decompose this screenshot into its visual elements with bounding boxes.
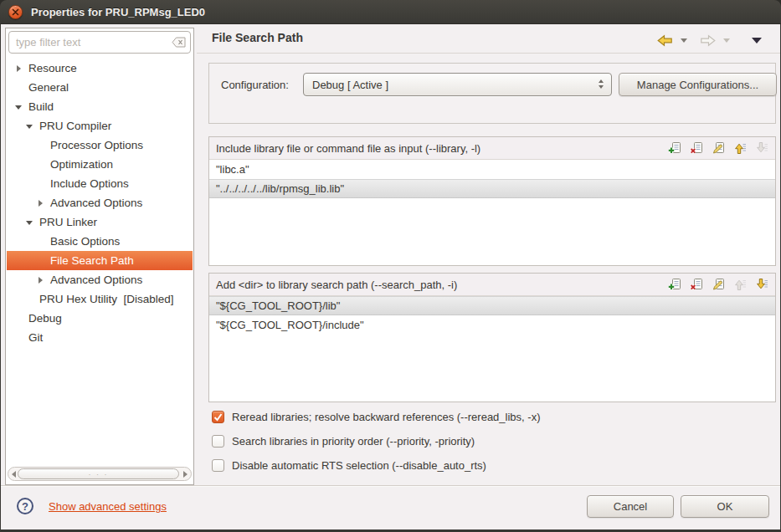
list-item[interactable]: "${CG_TOOL_ROOT}/include" [209, 315, 775, 335]
configuration-label: Configuration: [221, 79, 289, 91]
dialog-body: ResourceGeneralBuildPRU CompilerProcesso… [1, 24, 780, 529]
checkbox-checked-icon[interactable] [212, 411, 224, 423]
manage-configurations-button[interactable]: Manage Configurations... [619, 73, 777, 96]
move-down-button[interactable] [755, 278, 768, 291]
sidebar-horizontal-scrollbar[interactable]: · · · [8, 467, 192, 481]
edit-item-button[interactable] [712, 278, 725, 291]
tree-item-basic-options[interactable]: Basic Options [7, 232, 193, 251]
tree-item-include-options[interactable]: Include Options [7, 174, 193, 193]
tree-item-optimization[interactable]: Optimization [7, 155, 193, 174]
tree-item-label: PRU Compiler [39, 120, 111, 132]
move-down-icon [755, 278, 768, 291]
chevron-expanded-icon[interactable] [13, 101, 25, 113]
tree-item-label: Basic Options [50, 235, 120, 248]
include-library-list: Include library file or command file as … [208, 136, 776, 266]
tree-item-advanced-options[interactable]: Advanced Options [7, 193, 193, 212]
tree-item-label: PRU Linker [39, 216, 97, 228]
add-item-icon [668, 141, 681, 155]
tree-item-pru-linker[interactable]: PRU Linker [7, 212, 193, 232]
checkbox-unchecked-icon[interactable] [212, 435, 224, 448]
tree-item-debug[interactable]: Debug [7, 309, 193, 328]
tree-indent-spacer [13, 332, 25, 344]
sidebar: ResourceGeneralBuildPRU CompilerProcesso… [5, 28, 194, 485]
tree-item-label: Optimization [50, 158, 113, 171]
scrollbar-thumb[interactable]: · · · [18, 468, 179, 479]
configuration-select[interactable]: Debug [ Active ] [303, 73, 612, 96]
tree-item-label: Git [28, 331, 43, 344]
footer-separator [1, 485, 780, 486]
forward-icon [700, 34, 716, 47]
chevron-collapsed-icon[interactable] [13, 63, 25, 74]
tree-indent-spacer [35, 140, 47, 151]
edit-item-button[interactable] [712, 141, 725, 155]
list-item[interactable]: "${CG_TOOL_ROOT}/lib" [209, 296, 775, 315]
chevron-collapsed-icon[interactable] [35, 274, 47, 286]
tree-indent-spacer [35, 178, 47, 190]
back-icon[interactable] [657, 34, 673, 47]
tree-item-git[interactable]: Git [7, 328, 193, 347]
tree-item-label: Advanced Options [50, 197, 142, 209]
scroll-left-icon[interactable] [12, 471, 16, 478]
back-dropdown-icon[interactable] [681, 38, 687, 43]
title-bar[interactable]: Properties for PRU_RPMsg_LED0 [0, 0, 781, 24]
page-title: File Search Path [212, 31, 303, 44]
delete-item-button[interactable] [690, 278, 703, 291]
checkbox-row-reread-libraries-resolve-backw[interactable]: Reread libraries; resolve backward refer… [212, 410, 540, 424]
tree-item-general[interactable]: General [7, 78, 193, 97]
chevron-expanded-icon[interactable] [24, 217, 36, 228]
tree: ResourceGeneralBuildPRU CompilerProcesso… [7, 59, 193, 347]
delete-item-button[interactable] [690, 141, 703, 155]
clear-filter-icon[interactable] [167, 37, 190, 48]
list-body: "libc.a""../../../../../lib/rpmsg_lib.li… [209, 160, 775, 198]
add-item-icon [668, 278, 681, 291]
configuration-value: Debug [ Active ] [312, 79, 388, 91]
list-item[interactable]: "../../../../../lib/rpmsg_lib.lib" [209, 179, 775, 198]
checkbox-row-disable-automatic-rts-selectio[interactable]: Disable automatic RTS selection (--disab… [212, 458, 486, 473]
filter-input[interactable] [9, 36, 167, 49]
list-toolbar [668, 278, 768, 291]
tree-item-build[interactable]: Build [7, 97, 193, 116]
add-item-button[interactable] [668, 141, 681, 155]
tree-item-label: Build [28, 100, 54, 113]
tree-indent-spacer [24, 294, 36, 305]
tree-item-advanced-options[interactable]: Advanced Options [7, 270, 193, 289]
delete-item-icon [690, 141, 703, 155]
combo-spinner-icon [599, 79, 604, 89]
ok-button[interactable]: OK [681, 495, 769, 518]
add-item-button[interactable] [668, 278, 681, 291]
move-down-icon [755, 141, 768, 155]
move-up-icon [733, 141, 747, 155]
help-button[interactable]: ? [17, 498, 33, 514]
chevron-collapsed-icon[interactable] [35, 197, 47, 209]
tree-item-label: Resource [28, 62, 77, 74]
forward-dropdown-icon [723, 38, 730, 43]
scroll-right-icon[interactable] [183, 471, 188, 478]
tree-item-processor-options[interactable]: Processor Options [7, 136, 193, 155]
checkbox-row-search-libraries-in-priority-o[interactable]: Search libraries in priority order (--pr… [212, 434, 475, 448]
checkbox-unchecked-icon[interactable] [212, 459, 224, 472]
edit-item-icon [712, 278, 725, 291]
tree-indent-spacer [35, 236, 47, 248]
checkbox-label: Reread libraries; resolve backward refer… [232, 411, 540, 423]
cancel-button[interactable]: Cancel [587, 495, 674, 518]
tree-indent-spacer [13, 313, 25, 325]
filter-box [8, 31, 191, 54]
list-body: "${CG_TOOL_ROOT}/lib""${CG_TOOL_ROOT}/in… [209, 296, 775, 335]
move-up-button[interactable] [733, 141, 747, 155]
backspace-clear-icon [172, 37, 186, 48]
tree-item-label: General [28, 81, 69, 94]
tree-item-label: Processor Options [50, 139, 143, 151]
tree-item-pru-hex-utility-disabled[interactable]: PRU Hex Utility [Disabled] [7, 289, 193, 309]
tree-item-label: PRU Hex Utility [Disabled] [39, 293, 174, 305]
window-close-button[interactable] [8, 5, 23, 19]
tree-item-resource[interactable]: Resource [7, 59, 193, 78]
chevron-expanded-icon[interactable] [24, 120, 36, 132]
question-mark-icon: ? [22, 500, 28, 513]
tree-item-file-search-path[interactable]: File Search Path [7, 251, 193, 270]
list-item[interactable]: "libc.a" [209, 160, 775, 179]
view-menu-icon[interactable] [752, 38, 762, 43]
tree-item-pru-compiler[interactable]: PRU Compiler [7, 116, 193, 136]
list-header: Include library file or command file as … [209, 137, 775, 160]
show-advanced-settings-link[interactable]: Show advanced settings [49, 500, 167, 513]
history-nav [657, 34, 762, 47]
